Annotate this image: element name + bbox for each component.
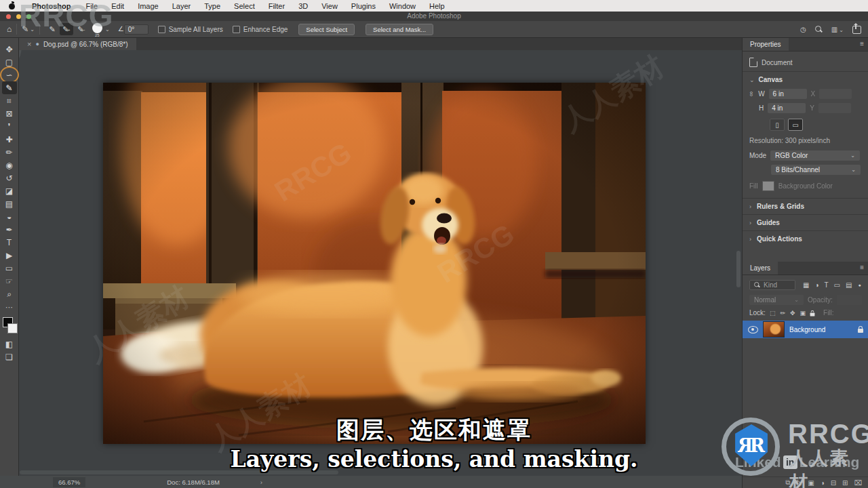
edit-toolbar-icon[interactable]: ⋯	[5, 303, 13, 312]
collapsed-section[interactable]: ›Quick Actions	[743, 230, 868, 247]
search-icon[interactable]	[815, 26, 823, 33]
filter-type-icon[interactable]: T	[823, 281, 831, 289]
brush-caret-icon[interactable]: ⌄	[105, 26, 110, 33]
layer-mask-icon[interactable]: ▣	[808, 479, 814, 487]
canvas-section-header[interactable]: ⌄ Canvas	[743, 76, 868, 83]
layer-thumbnail[interactable]	[763, 321, 785, 338]
menu-item[interactable]: Image	[131, 2, 165, 10]
lasso-tool[interactable]: ∽	[2, 68, 17, 81]
menu-item[interactable]: Plugins	[344, 2, 382, 10]
menu-item[interactable]: Window	[382, 2, 422, 10]
new-selection-mode[interactable]: ✎	[45, 23, 58, 35]
clone-stamp-tool[interactable]: ◉	[2, 159, 17, 171]
select-and-mask-button[interactable]: Select and Mask...	[366, 24, 433, 35]
document-tab[interactable]: × ● Dog.psd @ 66.7% (RGB/8*)	[19, 38, 136, 50]
crop-tool[interactable]: ⌗	[2, 94, 17, 107]
lock-position-icon[interactable]: ✥	[789, 310, 797, 317]
vertical-scrollbar[interactable]	[736, 251, 741, 287]
menu-item[interactable]: Select	[227, 2, 262, 10]
layer-name[interactable]: Background	[789, 326, 825, 333]
lock-transparency-icon[interactable]: ⬚	[768, 310, 777, 317]
tab-properties[interactable]: Properties	[743, 38, 789, 51]
lock-artboard-icon[interactable]: ▣	[799, 310, 808, 317]
layer-search-input[interactable]: Kind	[749, 280, 795, 290]
menu-item[interactable]: File	[79, 2, 104, 10]
filter-adjustment-icon[interactable]: ◑	[812, 281, 821, 289]
canvas-image[interactable]	[103, 83, 646, 444]
menu-item[interactable]: Help	[422, 2, 452, 10]
quick-mask-button[interactable]: ◧	[2, 338, 17, 350]
panel-menu-icon[interactable]: ≡	[860, 40, 864, 47]
menu-item[interactable]: Filter	[262, 2, 292, 10]
filter-toggle-icon[interactable]: ●	[859, 283, 861, 287]
sync-icon[interactable]: ◷	[800, 26, 806, 33]
delete-layer-icon[interactable]: ⌧	[854, 479, 862, 487]
home-icon[interactable]: ⌂	[7, 25, 12, 33]
enhance-edge-checkbox[interactable]: Enhance Edge	[233, 26, 288, 33]
apple-menu-icon[interactable]	[8, 2, 16, 9]
width-field[interactable]: 6 in	[769, 89, 807, 99]
angle-field[interactable]: 0°	[124, 24, 149, 35]
tab-layers[interactable]: Layers	[743, 262, 778, 274]
color-mode-select[interactable]: RGB Color⌄	[770, 150, 860, 161]
eyedropper-tool[interactable]: ❜	[2, 120, 17, 133]
link-layers-icon[interactable]: ⧉	[785, 479, 790, 487]
current-tool-icon[interactable]: ✎	[22, 25, 28, 33]
menu-item[interactable]: Type	[197, 2, 227, 10]
new-layer-icon[interactable]: ⊞	[842, 479, 848, 487]
layer-row-background[interactable]: Background	[743, 321, 868, 338]
chevron-down-icon: ⌄	[749, 77, 755, 83]
eraser-tool[interactable]: ◪	[2, 184, 17, 197]
collapsed-section[interactable]: ›Guides	[743, 214, 868, 230]
orientation-portrait-button[interactable]: ▯	[770, 119, 785, 131]
zoom-level-field[interactable]: 66.67%	[53, 477, 85, 487]
screen-mode-button[interactable]: ❏	[2, 350, 17, 363]
lock-pixels-icon[interactable]: ✏	[778, 310, 787, 317]
select-subject-button[interactable]: Select Subject	[298, 24, 355, 35]
layer-visibility-icon[interactable]	[748, 326, 758, 333]
brush-tool[interactable]: ✏	[2, 146, 17, 159]
history-brush-tool[interactable]: ↺	[2, 171, 17, 184]
menu-item[interactable]: Edit	[104, 2, 131, 10]
layer-group-icon[interactable]: ⊟	[831, 479, 836, 487]
menu-item[interactable]: Layer	[165, 2, 198, 10]
menu-item[interactable]: View	[315, 2, 344, 10]
subtract-selection-mode[interactable]: ✎₋	[75, 23, 88, 35]
hand-tool[interactable]: ☞	[2, 274, 17, 287]
dog-photo	[103, 83, 646, 444]
quick-selection-tool[interactable]: ✎	[2, 81, 17, 94]
path-selection-tool[interactable]: ▶	[2, 249, 17, 262]
gradient-tool[interactable]: ▤	[2, 197, 17, 210]
orientation-landscape-button[interactable]: ▭	[788, 119, 803, 131]
zoom-tool[interactable]: ⌕	[2, 287, 17, 300]
pen-tool[interactable]: ✒	[2, 223, 17, 236]
type-tool[interactable]: T	[2, 236, 17, 249]
share-icon[interactable]	[852, 26, 861, 34]
menu-item[interactable]: Photoshop	[25, 2, 79, 10]
layer-effects-icon[interactable]: fx	[796, 479, 802, 487]
menu-item[interactable]: 3D	[292, 2, 315, 10]
filter-shape-icon[interactable]: ▭	[832, 281, 842, 289]
foreground-background-colors[interactable]	[1, 317, 18, 335]
move-tool[interactable]: ✥	[2, 43, 17, 56]
layers-panel-menu-icon[interactable]: ≡	[860, 264, 864, 271]
filter-pixel-icon[interactable]: ▦	[801, 281, 811, 289]
filter-smart-object-icon[interactable]: ▤	[844, 281, 854, 289]
add-selection-mode[interactable]: ✎₊	[60, 23, 73, 35]
height-field[interactable]: 4 in	[768, 103, 806, 113]
link-dimensions-icon[interactable]: ∞	[748, 92, 755, 96]
collapsed-section[interactable]: ›Rulers & Grids	[743, 198, 868, 214]
sample-all-layers-checkbox[interactable]: Sample All Layers	[158, 26, 223, 33]
status-options-chevron-icon[interactable]: ›	[260, 479, 262, 486]
healing-brush-tool[interactable]: ✚	[2, 133, 17, 146]
lock-all-icon[interactable]	[810, 312, 815, 316]
bit-depth-select[interactable]: 8 Bits/Channel⌄	[771, 165, 861, 175]
close-tab-icon[interactable]: ×	[27, 40, 31, 48]
workspace-icon[interactable]: ▥⌄	[831, 26, 844, 33]
rectangle-tool[interactable]: ▭	[2, 262, 17, 274]
dodge-tool[interactable]: ◒	[2, 210, 17, 223]
adjustment-layer-icon[interactable]: ◑	[821, 479, 825, 487]
canvas-area[interactable]	[20, 50, 742, 476]
frame-tool[interactable]: ⊠	[2, 107, 17, 120]
brush-preview[interactable]: 25	[92, 23, 102, 33]
